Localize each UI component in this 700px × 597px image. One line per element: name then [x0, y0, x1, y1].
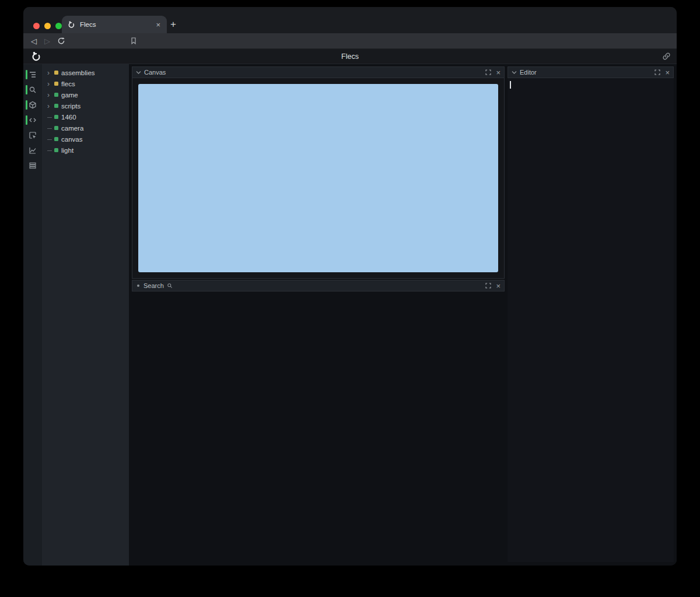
entity-kind-icon [54, 104, 58, 108]
text-caret [510, 81, 511, 89]
collapsed-dot-icon[interactable] [137, 285, 139, 287]
tree-item-label: 1460 [61, 114, 76, 121]
tree-item[interactable]: light [42, 145, 129, 156]
tree-item[interactable]: ›assemblies [42, 67, 129, 78]
tree-item[interactable]: canvas [42, 134, 129, 145]
inspect-icon[interactable] [23, 128, 42, 143]
entity-kind-icon [54, 93, 58, 97]
tab-close-icon[interactable]: × [155, 21, 162, 29]
expand-chevron-icon[interactable]: › [47, 80, 54, 87]
close-icon[interactable]: × [496, 282, 501, 290]
close-icon[interactable]: × [665, 69, 670, 76]
editor-textarea[interactable] [508, 78, 674, 562]
tree-item-label: game [61, 92, 78, 99]
chevron-down-icon[interactable] [136, 71, 141, 75]
browser-tab[interactable]: Flecs × [62, 16, 167, 33]
editor-panel-header: Editor × [508, 66, 674, 78]
code-icon[interactable] [23, 113, 42, 128]
app-header: Flecs [23, 49, 677, 64]
render-canvas[interactable] [138, 84, 498, 272]
zoom-window-button[interactable] [55, 23, 62, 29]
app-content: ›assemblies›flecs›game›scripts1460camera… [23, 64, 677, 566]
tree-item[interactable]: ›scripts [42, 100, 129, 111]
queries-icon[interactable] [23, 158, 42, 173]
fullscreen-icon[interactable] [654, 69, 660, 75]
entity-kind-icon [54, 71, 58, 75]
canvas-panel-body [132, 78, 505, 279]
entity-kind-icon [54, 137, 58, 141]
tab-bar: Flecs × + [23, 7, 677, 33]
search-panel-header: Search × [132, 280, 505, 292]
search-icon[interactable] [23, 82, 42, 97]
new-tab-button[interactable]: + [170, 19, 176, 29]
page-title: Flecs [23, 49, 677, 64]
close-window-button[interactable] [33, 23, 40, 29]
tree-item-label: canvas [61, 136, 82, 143]
expand-chevron-icon[interactable]: › [47, 103, 54, 110]
entity-kind-icon [54, 126, 58, 130]
sidebar-icon-strip [23, 64, 42, 566]
tree-item-label: scripts [61, 103, 80, 110]
link-icon[interactable] [662, 52, 671, 61]
close-icon[interactable]: × [496, 69, 501, 76]
stats-icon[interactable] [23, 143, 42, 158]
magnifier-icon [167, 283, 173, 289]
panel-title: Editor [520, 69, 537, 76]
expand-chevron-icon[interactable]: › [47, 69, 54, 76]
traffic-lights [33, 23, 62, 29]
forward-button: ▷ [44, 36, 50, 46]
tree-item-label: light [61, 147, 74, 154]
canvas-panel-header: Canvas × [132, 66, 505, 78]
expand-chevron-icon[interactable]: › [47, 92, 54, 99]
minimize-window-button[interactable] [44, 23, 51, 29]
panel-title: Search [144, 282, 164, 289]
tree-item-label: flecs [61, 80, 75, 87]
browser-window: Flecs × + ◁ ▷ flecs.dev/explorer/?wasm=h… [23, 7, 677, 566]
editor-panel: Editor × [508, 66, 674, 562]
entity-kind-icon [54, 82, 58, 86]
panel-title: Canvas [144, 69, 166, 76]
canvas-panel: Canvas × [132, 66, 505, 279]
tree-item[interactable]: 1460 [42, 111, 129, 122]
bookmark-icon[interactable] [130, 37, 138, 45]
fullscreen-icon[interactable] [485, 283, 491, 289]
entity-tree: ›assemblies›flecs›game›scripts1460camera… [42, 64, 129, 566]
tree-item-label: assemblies [61, 69, 95, 76]
tab-title: Flecs [80, 21, 155, 28]
entity-kind-icon [54, 148, 58, 152]
entities-cube-icon[interactable] [23, 97, 42, 113]
favicon-flecs-logo-icon [67, 20, 75, 29]
tree-item-label: camera [61, 125, 83, 132]
entity-kind-icon [54, 115, 58, 119]
fullscreen-icon[interactable] [485, 69, 491, 75]
reload-button[interactable] [57, 37, 65, 45]
outliner-icon[interactable] [23, 67, 42, 82]
back-button[interactable]: ◁ [31, 36, 37, 46]
tree-item[interactable]: ›game [42, 89, 129, 100]
tree-item[interactable]: ›flecs [42, 78, 129, 89]
search-panel: Search × [132, 280, 505, 292]
chevron-down-icon[interactable] [512, 71, 517, 75]
browser-toolbar: ◁ ▷ flecs.dev/explorer/?wasm=https://www… [23, 33, 677, 49]
tree-item[interactable]: camera [42, 122, 129, 134]
